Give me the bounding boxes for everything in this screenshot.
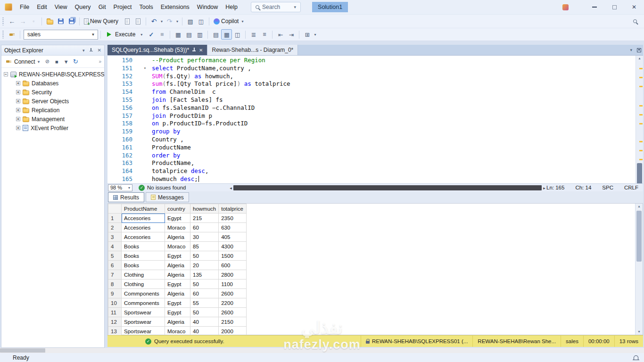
include-actual-plan-button[interactable]: ▥ [194,29,205,40]
pin-icon[interactable] [192,48,196,52]
grid-cell[interactable]: Sportswear [122,308,165,317]
grid-cell[interactable]: Algeria [165,289,190,298]
database-selector[interactable]: sales ▼ [24,30,98,40]
row-number[interactable]: 5 [108,251,122,261]
tab-messages[interactable]: Messages [146,192,189,202]
activity-monitor-button[interactable]: ▧ [185,16,196,26]
grid-cell[interactable]: 405 [219,232,247,242]
grid-cell[interactable]: 2200 [219,298,247,308]
copilot-button[interactable]: Copilot ▾ [212,16,247,26]
grid-cell[interactable]: Algeria [165,317,190,327]
grid-cell[interactable]: Algeria [165,270,190,280]
grid-cell[interactable]: 1100 [219,280,247,289]
estimated-plan-button[interactable]: ▦ [173,29,183,40]
scroll-up-icon[interactable]: ▴ [636,56,643,61]
row-number[interactable]: 13 [108,327,122,336]
grid-cell[interactable]: Egypt [165,214,190,223]
menu-extensions[interactable]: Extensions [157,2,193,12]
code-line[interactable]: 160Country , [107,136,643,144]
nav-dropdown-button[interactable]: ◦ [28,16,39,26]
grid-cell[interactable]: 55 [190,298,219,308]
hscrollbar-thumb[interactable] [0,348,45,353]
grid-cell[interactable]: 60 [190,289,219,298]
grid-corner-cell[interactable] [108,204,122,214]
menu-git[interactable]: Git [95,2,110,12]
registered-servers-button[interactable]: ◫ [196,16,206,26]
grid-cell[interactable]: Commponents [122,298,165,308]
code-line[interactable]: 152SUM(fs.Qty) as howmuch, [107,73,643,81]
main-horizontal-scrollbar[interactable] [0,348,644,353]
outdent-button[interactable]: ⇤ [275,29,286,40]
grid-cell[interactable]: 135 [190,270,219,280]
grid-cell[interactable]: 40 [190,317,219,327]
object-explorer-header[interactable]: Object Explorer ▾ ✕ [1,45,104,56]
grid-cell[interactable]: 2800 [219,270,247,280]
grid-cell[interactable]: Accesories [122,232,165,242]
indent-button[interactable]: ⇥ [286,29,297,40]
grid-cell[interactable]: Sportswear [122,317,165,327]
float-window-icon[interactable] [637,48,641,52]
row-number[interactable]: 12 [108,317,122,327]
cancel-query-button[interactable]: ■ [157,29,167,40]
grid-cell[interactable]: 85 [190,242,219,251]
code-line[interactable]: 157join ProductDim p [107,112,643,120]
toolbar-overflow-icon[interactable]: » [99,59,102,64]
grid-cell[interactable]: 40 [190,327,219,336]
notifications-bell-icon[interactable] [634,355,638,360]
code-line[interactable]: 161ProductName [107,144,643,152]
menu-query[interactable]: Query [71,2,95,12]
grid-cell[interactable]: Moraco [165,327,190,336]
grid-cell[interactable]: Egypt [165,308,190,317]
sqlcmd-mode-button[interactable]: ⊞ [302,29,313,40]
live-query-stats-button[interactable]: ▤ [183,29,194,40]
menu-view[interactable]: View [51,2,71,12]
tree-node-management[interactable]: +Management [1,115,104,123]
grid-cell[interactable]: Algeria [165,232,190,242]
close-button[interactable]: ✕ [624,0,644,14]
undo-button[interactable]: ↶ [149,16,159,26]
code-line[interactable]: 156on fs.SalesmanID =c.ChannalID [107,104,643,112]
filter-button[interactable]: ▼ [61,57,71,66]
grid-cell[interactable]: Sportswear [122,327,165,336]
grid-cell[interactable]: 1500 [219,251,247,261]
change-connection-button[interactable] [7,29,17,40]
results-to-text-button[interactable]: ▤ [210,29,221,40]
editor-scrollbar[interactable]: ▴ [636,56,643,183]
comment-button[interactable]: ≣ [248,29,259,40]
row-number[interactable]: 9 [108,289,122,298]
grid-cell[interactable]: Clothing [122,270,165,280]
grid-cell[interactable]: 50 [190,251,219,261]
navigate-back-button[interactable]: ← [7,16,17,26]
code-line[interactable]: 159group by [107,128,643,136]
grid-cell[interactable]: Books [122,251,165,261]
row-number[interactable]: 11 [108,308,122,317]
expand-icon[interactable]: + [16,117,20,121]
disconnect-button[interactable]: ⊘ [42,57,52,66]
code-line[interactable]: 151▾select ProductName,country , [107,65,643,73]
grid-cell[interactable]: Moraco [165,242,190,251]
document-tab-active[interactable]: SQLQuery1.sq...Shehab (53))*✕ [107,45,207,55]
code-line[interactable]: 163ProductName, [107,159,643,167]
results-to-file-button[interactable]: ◫ [232,29,243,40]
grid-cell[interactable]: 50 [190,308,219,317]
row-number[interactable]: 8 [108,280,122,289]
code-line[interactable]: 162order by [107,152,643,160]
toolbar-grip[interactable] [2,31,4,39]
collapse-icon[interactable]: − [4,72,8,76]
space-mode-indicator[interactable]: SPC [602,185,613,190]
expand-icon[interactable]: + [16,99,20,103]
connect-button[interactable]: Connect ▾ [3,58,42,66]
grid-cell[interactable]: Books [122,261,165,270]
row-number[interactable]: 4 [108,242,122,251]
row-number[interactable]: 2 [108,223,122,232]
scroll-up-icon[interactable]: ▴ [636,204,643,209]
grid-cell[interactable]: Egypt [165,280,190,289]
tab-results[interactable]: Results [108,192,144,202]
code-line[interactable]: 150--Product performance per Region [107,57,643,65]
column-indicator[interactable]: Ch: 14 [575,185,591,190]
grid-cell[interactable]: 50 [190,280,219,289]
grid-cell[interactable]: 2350 [219,214,247,223]
grid-cell[interactable]: 630 [219,223,247,232]
grid-cell[interactable]: Egypt [165,251,190,261]
code-line[interactable]: 165howmuch desc; [107,175,643,183]
